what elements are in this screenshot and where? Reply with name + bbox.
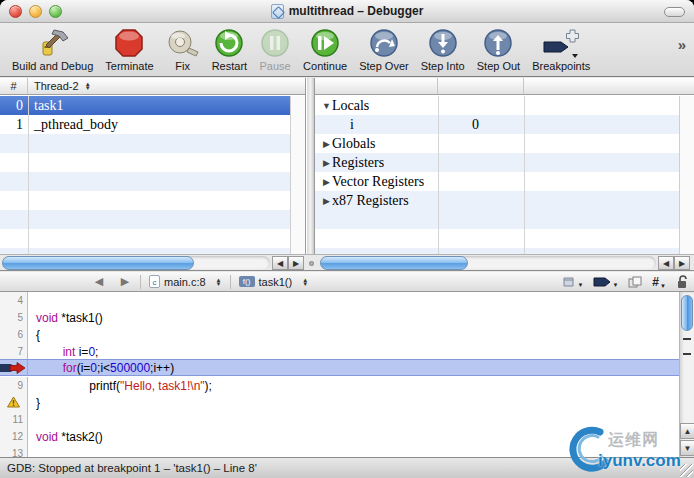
threads-scroll-right-button[interactable]: ▶ xyxy=(288,256,304,270)
splitter-dot-icon[interactable] xyxy=(309,261,314,266)
pane-splitter[interactable] xyxy=(307,78,314,254)
program-counter-breakpoint-icon[interactable] xyxy=(0,362,27,376)
variable-row[interactable]: ▶Vector Registers xyxy=(315,172,679,191)
line-number-gutter[interactable]: 7 xyxy=(0,343,28,360)
breakpoints-icon xyxy=(541,26,581,59)
toolbar-continue-button[interactable]: Continue xyxy=(303,26,347,72)
toolbar-item-label: Step Over xyxy=(359,60,409,72)
document-proxy-icon xyxy=(271,4,284,19)
threads-horizontal-scrollbar[interactable] xyxy=(2,256,270,270)
editor-navbar: ◀ ▶ c main.c:8 ▲▼ f() task1() ▲▼ ▼ ▼ xyxy=(0,272,694,292)
variables-horizontal-scrollbar[interactable] xyxy=(320,256,656,270)
line-number-gutter[interactable]: 13 xyxy=(0,445,28,457)
editor-scrollbar-thumb[interactable] xyxy=(681,295,693,331)
resize-grip[interactable] xyxy=(680,464,693,477)
line-number-menu-button[interactable]: # ▼ xyxy=(652,275,666,289)
empty-row xyxy=(0,191,305,210)
threads-vertical-scrollbar[interactable] xyxy=(290,96,305,254)
toolbar-build-and-debug-button[interactable]: Build and Debug xyxy=(12,26,93,72)
threads-header: # Thread-2 ▲▼ xyxy=(0,78,305,95)
restart-icon xyxy=(213,26,245,59)
line-number-gutter[interactable]: 6 xyxy=(0,326,28,343)
variables-list: ▼Localsi0▶Globals▶Registers▶Vector Regis… xyxy=(315,96,679,254)
threads-list: 0task11_pthread_body xyxy=(0,96,305,254)
toolbar-fix-button[interactable]: Fix xyxy=(166,26,200,72)
editor-vertical-scrollbar[interactable]: ▲ ▼ xyxy=(679,292,694,457)
variables-scroll-right-button[interactable]: ▶ xyxy=(674,256,690,270)
toolbar-breakpoints-button[interactable]: Breakpoints xyxy=(532,26,590,72)
toolbar-terminate-button[interactable]: Terminate xyxy=(105,26,153,72)
file-popup-stepper-icon: ▲▼ xyxy=(216,278,222,286)
variable-row[interactable]: ▶Globals xyxy=(315,134,679,153)
warning-badge-icon xyxy=(7,396,20,410)
code-line[interactable]: 9 printf("Hello, task1!\n"); xyxy=(0,377,679,394)
disclosure-triangle-icon[interactable]: ▶ xyxy=(321,196,332,206)
code-line[interactable]: 10} xyxy=(0,394,679,411)
line-number-gutter[interactable]: 8 xyxy=(0,360,28,375)
code-line[interactable]: 12void *task2() xyxy=(0,428,679,445)
variable-column-header[interactable] xyxy=(315,78,438,94)
code-line[interactable]: 7 int i=0; xyxy=(0,343,679,360)
code-line[interactable]: 4 xyxy=(0,292,679,309)
toolbar-step-into-button[interactable]: Step Into xyxy=(421,26,465,72)
threads-scroll-left-button[interactable]: ◀ xyxy=(272,256,288,270)
code-line[interactable]: 6{ xyxy=(0,326,679,343)
continue-icon xyxy=(309,26,341,59)
breakpoints-menu-button[interactable]: ▼ xyxy=(593,276,618,288)
toolbar-overflow-chevron[interactable]: » xyxy=(678,36,690,67)
line-number-gutter[interactable]: 5 xyxy=(0,309,28,326)
nav-forward-button[interactable]: ▶ xyxy=(112,275,138,288)
variable-value-cell: 0 xyxy=(466,117,552,133)
line-number-gutter[interactable]: 9 xyxy=(0,377,28,394)
disclosure-triangle-icon[interactable]: ▶ xyxy=(321,139,332,149)
counterpart-button[interactable] xyxy=(628,276,642,288)
threads-number-column-header[interactable]: # xyxy=(0,78,28,94)
variable-row[interactable]: i0 xyxy=(315,115,679,134)
disclosure-triangle-icon[interactable]: ▶ xyxy=(321,177,332,187)
variables-scroll-left-button[interactable]: ◀ xyxy=(658,256,674,270)
toolbar-step-out-button[interactable]: Step Out xyxy=(477,26,520,72)
line-number-gutter[interactable]: 10 xyxy=(0,394,28,411)
editor-scroll-up-button[interactable]: ▲ xyxy=(680,423,694,439)
code-line[interactable]: 11 xyxy=(0,411,679,428)
nav-back-button[interactable]: ◀ xyxy=(86,275,112,288)
bookmarks-menu-button[interactable]: ▼ xyxy=(562,276,583,288)
source-editor[interactable]: 45void *task1()6{7 int i=0;8 for(i=0;i<5… xyxy=(0,292,694,457)
file-popup[interactable]: c main.c:8 ▲▼ xyxy=(143,275,228,288)
disclosure-triangle-icon[interactable]: ▶ xyxy=(321,158,332,168)
code-line[interactable]: 5void *task1() xyxy=(0,309,679,326)
toolbar-item-label: Build and Debug xyxy=(12,60,93,72)
toolbar-restart-button[interactable]: Restart xyxy=(212,26,247,72)
toolbar-pause-button[interactable]: Pause xyxy=(259,26,291,72)
code-line-text: int i=0; xyxy=(28,345,98,359)
value-column-header[interactable] xyxy=(438,78,524,94)
line-number-gutter[interactable]: 4 xyxy=(0,292,28,309)
toolbar-step-over-button[interactable]: Step Over xyxy=(359,26,409,72)
toolbar-item-label: Terminate xyxy=(105,60,153,72)
variable-row[interactable]: ▶x87 Registers xyxy=(315,191,679,210)
thread-popup-stepper-icon: ▲▼ xyxy=(85,82,91,90)
toolbar-toggle-button[interactable] xyxy=(664,7,685,17)
line-number: 11 xyxy=(13,414,23,425)
thread-row[interactable]: 0task1 xyxy=(0,96,305,115)
code-line[interactable]: 13 xyxy=(0,445,679,457)
thread-popup[interactable]: Thread-2 ▲▼ xyxy=(28,78,305,94)
line-number-gutter[interactable]: 11 xyxy=(0,411,28,428)
line-number-gutter[interactable]: 12 xyxy=(0,428,28,445)
breakpoint-arrow-icon xyxy=(593,276,611,288)
empty-row xyxy=(0,134,305,153)
variables-vertical-scrollbar[interactable] xyxy=(679,96,694,254)
editor-scroll-down-button[interactable]: ▼ xyxy=(680,440,694,456)
variables-scrollbar-thumb[interactable] xyxy=(320,256,468,270)
lock-button[interactable] xyxy=(676,275,688,289)
debug-toolbar: Build and DebugTerminateFixRestartPauseC… xyxy=(0,23,694,77)
variable-row[interactable]: ▼Locals xyxy=(315,96,679,115)
disclosure-triangle-icon[interactable]: ▼ xyxy=(321,101,332,111)
code-line[interactable]: 8 for(i=0;i<500000;i++) xyxy=(0,359,679,376)
thread-row[interactable]: 1_pthread_body xyxy=(0,115,305,134)
symbol-popup[interactable]: f() task1() ▲▼ xyxy=(233,276,315,288)
variable-row[interactable]: ▶Registers xyxy=(315,153,679,172)
summary-column-header[interactable] xyxy=(524,78,694,94)
empty-row xyxy=(315,229,679,248)
threads-scrollbar-thumb[interactable] xyxy=(2,256,194,270)
